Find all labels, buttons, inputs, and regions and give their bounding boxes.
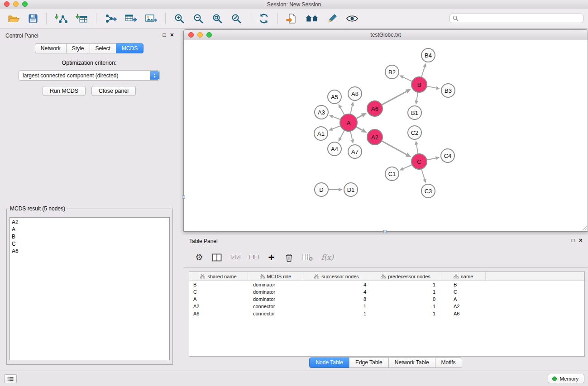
window-resize-grip[interactable] <box>581 224 587 231</box>
minimize-network-button[interactable] <box>197 32 203 38</box>
cell-successor-nodes[interactable]: 1 <box>303 310 370 317</box>
cell-predecessor-nodes[interactable]: 1 <box>370 303 441 310</box>
tab-network[interactable]: Network <box>35 43 67 53</box>
export-table-button[interactable] <box>123 10 139 27</box>
zoom-window-button[interactable] <box>22 1 28 7</box>
close-panel-icon[interactable]: × <box>170 32 174 38</box>
save-session-button[interactable] <box>26 10 40 27</box>
edge-A6-B[interactable] <box>382 91 406 105</box>
table-row[interactable]: Cdominator41C <box>189 288 584 295</box>
export-image-button[interactable] <box>143 10 159 27</box>
mcds-result-item[interactable]: A <box>10 226 169 233</box>
tab-style[interactable]: Style <box>66 43 90 53</box>
zoom-out-button[interactable] <box>191 10 206 27</box>
tab-network-table[interactable]: Network Table <box>388 357 435 368</box>
edge-A-A6[interactable] <box>356 115 362 119</box>
cell-name[interactable]: C <box>441 288 486 295</box>
tab-mcds[interactable]: MCDS <box>116 43 143 53</box>
memory-button[interactable]: Memory <box>548 374 584 383</box>
column-header-successor-nodes[interactable]: successor nodes <box>303 272 370 281</box>
cell-mcds-role[interactable]: dominator <box>248 281 303 288</box>
cell-mcds-role[interactable]: dominator <box>248 288 303 295</box>
cell-mcds-role[interactable]: connector <box>248 303 303 310</box>
cell-name[interactable]: A2 <box>441 303 486 310</box>
cell-mcds-role[interactable]: connector <box>248 310 303 317</box>
edge-B-B1[interactable] <box>416 92 418 101</box>
close-panel-button[interactable]: Close panel <box>91 86 136 96</box>
cell-successor-nodes[interactable]: 8 <box>303 295 370 303</box>
tab-node-table[interactable]: Node Table <box>309 357 349 368</box>
optimization-dropdown[interactable]: largest connected component (directed) ▲… <box>19 70 160 81</box>
edge-C-C4[interactable] <box>427 158 436 160</box>
zoom-in-button[interactable] <box>172 10 187 27</box>
resize-handle-left[interactable] <box>182 195 185 199</box>
column-header-mcds-role[interactable]: MCDS role <box>248 272 303 281</box>
edge-B-B2[interactable] <box>403 77 412 81</box>
table-row[interactable]: Adominator80A <box>189 295 584 303</box>
column-header-shared-name[interactable]: shared name <box>189 272 248 281</box>
search-input[interactable] <box>459 15 580 22</box>
close-window-button[interactable] <box>4 1 10 7</box>
edge-C-C1[interactable] <box>403 165 412 169</box>
cell-predecessor-nodes[interactable]: 1 <box>370 281 441 288</box>
edge-B-B4[interactable] <box>421 67 425 77</box>
network-canvas[interactable]: AA6A2BCA5A8A3A1A4A7B4B2B3B1C2C4C1C3DD1 <box>184 40 588 231</box>
float-panel-icon[interactable]: □ <box>572 238 575 243</box>
cell-shared-name[interactable]: A2 <box>189 303 248 310</box>
mcds-result-item[interactable]: C <box>10 240 169 248</box>
edge-A-A1[interactable] <box>332 126 340 129</box>
import-network-button[interactable] <box>53 10 70 27</box>
mcds-result-list[interactable]: A2ABCA6 <box>10 217 170 360</box>
resize-handle-bottom[interactable] <box>383 230 387 233</box>
cell-name[interactable]: A <box>441 295 486 303</box>
task-history-button[interactable] <box>4 374 17 383</box>
function-builder-button[interactable]: f(x) <box>321 252 334 263</box>
cell-shared-name[interactable]: B <box>189 281 248 288</box>
dropdown-stepper-icon[interactable]: ▲ ▼ <box>150 71 159 80</box>
close-panel-icon[interactable]: × <box>579 238 583 243</box>
cell-shared-name[interactable]: A6 <box>189 310 248 317</box>
cell-name[interactable]: B <box>441 281 486 288</box>
edge-C-C3[interactable] <box>421 169 425 179</box>
edge-A-A7[interactable] <box>350 131 352 140</box>
add-column-button[interactable]: + <box>267 252 276 263</box>
deselect-all-rows-button[interactable]: ☐☐ <box>249 252 258 263</box>
paint-style-button[interactable] <box>325 10 340 27</box>
tab-edge-table[interactable]: Edge Table <box>349 357 389 368</box>
cell-name[interactable]: A6 <box>441 310 486 317</box>
document-arrow-button[interactable] <box>284 10 299 27</box>
close-network-button[interactable] <box>188 32 194 38</box>
float-panel-icon[interactable]: □ <box>163 32 166 38</box>
open-session-button[interactable] <box>5 10 22 27</box>
refresh-button[interactable] <box>256 10 272 27</box>
edge-A-A5[interactable] <box>340 108 344 115</box>
edge-A2-C[interactable] <box>382 141 406 154</box>
cell-successor-nodes[interactable]: 4 <box>303 281 370 288</box>
column-header-predecessor-nodes[interactable]: predecessor nodes <box>370 272 441 281</box>
mcds-result-item[interactable]: A6 <box>10 248 169 255</box>
minimize-window-button[interactable] <box>13 1 19 7</box>
cell-successor-nodes[interactable]: 4 <box>303 288 370 295</box>
cell-shared-name[interactable]: A <box>189 295 248 303</box>
zoom-network-button[interactable] <box>206 32 212 38</box>
export-network-button[interactable] <box>102 10 119 27</box>
cell-shared-name[interactable]: C <box>189 288 248 295</box>
show-hide-button[interactable] <box>344 10 361 27</box>
run-mcds-button[interactable]: Run MCDS <box>43 86 86 96</box>
edge-A-A8[interactable] <box>350 105 352 114</box>
mcds-result-item[interactable]: A2 <box>10 219 169 226</box>
cell-successor-nodes[interactable]: 1 <box>303 303 370 310</box>
network-window-titlebar[interactable]: testGlobe.txt <box>184 30 588 40</box>
cell-predecessor-nodes[interactable]: 0 <box>370 295 441 303</box>
tab-select[interactable]: Select <box>90 43 116 53</box>
home-button[interactable] <box>303 10 321 27</box>
cell-mcds-role[interactable]: dominator <box>248 295 303 303</box>
select-all-rows-button[interactable]: ☑☑ <box>230 252 240 263</box>
show-columns-button[interactable] <box>212 252 222 263</box>
search-box[interactable] <box>449 14 583 23</box>
edge-C-C2[interactable] <box>416 145 418 154</box>
edge-B-B3[interactable] <box>427 86 436 88</box>
delete-table-button[interactable] <box>302 252 313 263</box>
table-row[interactable]: A6connector11A6 <box>189 310 584 317</box>
table-row[interactable]: A2connector11A2 <box>189 303 584 310</box>
